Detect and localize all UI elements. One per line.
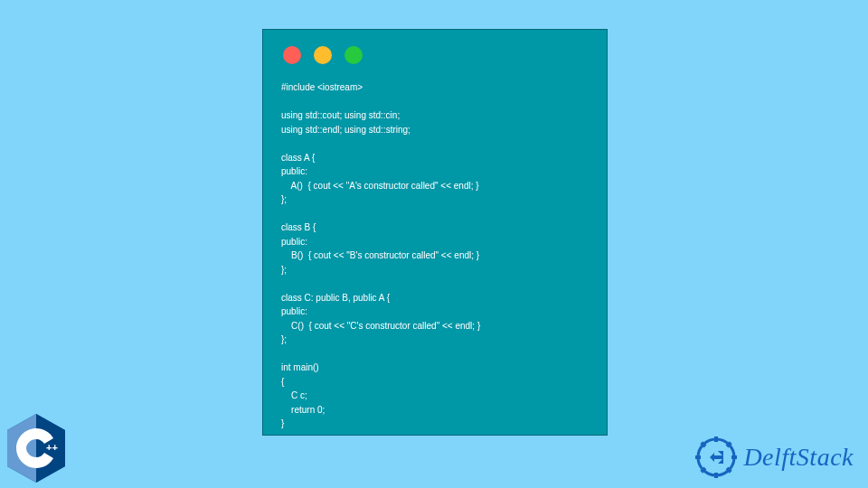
close-dot-icon (283, 46, 301, 64)
svg-text:++: ++ (46, 442, 58, 453)
maximize-dot-icon (344, 46, 363, 64)
cpp-logo-icon: ++ (4, 412, 69, 484)
brand-name: DelftStack (743, 443, 854, 472)
svg-rect-6 (714, 473, 718, 478)
window-titlebar (283, 46, 589, 64)
code-block: #include <iostream> using std::cout; usi… (281, 80, 589, 431)
svg-rect-7 (695, 455, 701, 459)
code-window: #include <iostream> using std::cout; usi… (262, 29, 608, 436)
svg-marker-13 (710, 451, 723, 464)
delftstack-brand: DelftStack (694, 436, 854, 479)
svg-rect-8 (731, 455, 737, 459)
svg-rect-5 (714, 436, 718, 442)
delftstack-gear-icon (694, 436, 738, 479)
minimize-dot-icon (314, 46, 332, 64)
